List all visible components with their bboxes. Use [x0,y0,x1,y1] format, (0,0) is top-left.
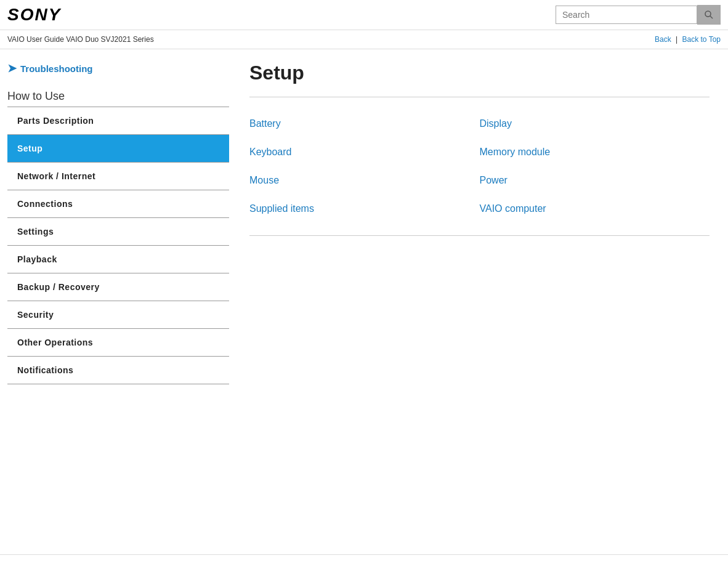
sidebar-item-security[interactable]: Security [7,301,229,329]
main-container: ➤ Troubleshooting How to Use Parts Descr… [0,49,728,554]
sidebar-item-settings[interactable]: Settings [7,218,229,246]
back-to-top-link[interactable]: Back to Top [682,35,721,44]
sidebar-item-setup[interactable]: Setup [7,135,229,163]
back-link[interactable]: Back [655,35,671,44]
footer: © 2012 Sony Corporation [0,554,728,566]
troubleshooting-link[interactable]: ➤ Troubleshooting [7,62,231,75]
sony-logo: SONY [7,5,61,25]
search-input[interactable] [556,6,697,24]
breadcrumb-bar: VAIO User Guide VAIO Duo SVJ2021 Series … [0,30,728,49]
breadcrumb-text: VAIO User Guide VAIO Duo SVJ2021 Series [7,35,154,44]
setup-link-power[interactable]: Power [480,166,710,195]
sidebar-item-backup-recovery[interactable]: Backup / Recovery [7,273,229,301]
header: SONY [0,0,728,30]
troubleshooting-label: Troubleshooting [20,63,93,74]
search-area [556,5,721,25]
troubleshooting-arrow-icon: ➤ [7,62,17,75]
setup-link-supplied-items[interactable]: Supplied items [249,195,480,223]
setup-link-mouse[interactable]: Mouse [249,166,480,195]
setup-link-keyboard[interactable]: Keyboard [249,138,480,166]
content-divider-top [249,97,710,97]
breadcrumb-separator: | [676,35,677,44]
content-divider-bottom [249,235,710,236]
sidebar-item-parts-description[interactable]: Parts Description [7,107,229,135]
svg-point-0 [705,11,711,17]
sidebar-item-playback[interactable]: Playback [7,246,229,273]
how-to-use-label: How to Use [7,90,231,103]
setup-grid: Battery Keyboard Mouse Supplied items Di… [249,110,710,223]
setup-col2: Display Memory module Power VAIO compute… [480,110,710,223]
search-button[interactable] [697,5,721,25]
setup-col1: Battery Keyboard Mouse Supplied items [249,110,480,223]
setup-link-memory-module[interactable]: Memory module [480,138,710,166]
sidebar: ➤ Troubleshooting How to Use Parts Descr… [0,49,231,554]
content-title: Setup [249,62,710,84]
setup-link-display[interactable]: Display [480,110,710,138]
sidebar-item-connections[interactable]: Connections [7,190,229,218]
sidebar-item-network-internet[interactable]: Network / Internet [7,163,229,190]
sidebar-item-other-operations[interactable]: Other Operations [7,329,229,357]
search-icon [704,10,714,20]
content-area: Setup Battery Keyboard Mouse Supplied it… [231,49,728,554]
setup-link-battery[interactable]: Battery [249,110,480,138]
breadcrumb-nav: Back | Back to Top [655,35,721,44]
sidebar-item-notifications[interactable]: Notifications [7,357,229,384]
setup-link-vaio-computer[interactable]: VAIO computer [480,195,710,223]
svg-line-1 [710,16,713,18]
